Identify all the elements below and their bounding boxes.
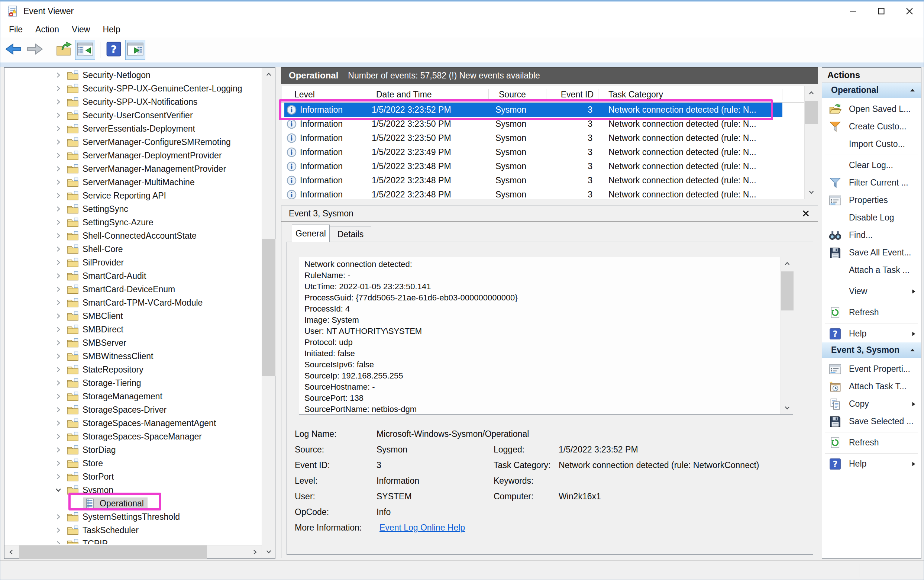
action-disable-log[interactable]: Disable Log xyxy=(822,209,921,226)
event-row[interactable]: Information1/5/2022 3:23:48 PMSysmon3Net… xyxy=(284,173,783,187)
tree-item-serveressentials-deployment[interactable]: ServerEssentials-Deployment xyxy=(5,122,261,135)
tree-expander-icon[interactable] xyxy=(54,526,63,535)
menu-help[interactable]: Help xyxy=(96,23,127,36)
tree-expander-icon[interactable] xyxy=(54,445,63,455)
tree-expander-icon[interactable] xyxy=(54,258,63,267)
event-row[interactable]: Information1/5/2022 3:23:49 PMSysmon3Net… xyxy=(284,145,783,159)
tree-item-smbdirect[interactable]: SMBDirect xyxy=(5,323,261,336)
tree-expander-icon[interactable] xyxy=(54,151,63,160)
tree-item-security-netlogon[interactable]: Security-Netlogon xyxy=(5,68,261,82)
tree-expander-icon[interactable] xyxy=(54,70,63,80)
tree-item-storage-tiering[interactable]: Storage-Tiering xyxy=(5,376,261,390)
tree-expander-icon[interactable] xyxy=(54,472,63,481)
tree-item-operational[interactable]: Operational xyxy=(5,497,261,510)
minimize-button[interactable] xyxy=(839,2,867,21)
column-header-date-and-time[interactable]: Date and Time xyxy=(366,89,489,100)
action-refresh[interactable]: Refresh xyxy=(822,304,921,321)
tab-details[interactable]: Details xyxy=(330,226,371,242)
tab-general[interactable]: General xyxy=(292,224,330,242)
menu-action[interactable]: Action xyxy=(29,23,66,36)
tree-item-smartcard-tpm-vcard-module[interactable]: SmartCard-TPM-VCard-Module xyxy=(5,296,261,309)
tree-expander-icon[interactable] xyxy=(54,378,63,388)
tree-expander-icon[interactable] xyxy=(54,311,63,321)
column-header-task-category[interactable]: Task Category xyxy=(598,89,783,100)
tree-item-settingsync-azure[interactable]: SettingSync-Azure xyxy=(5,216,261,229)
action-filter-current-[interactable]: Filter Current ... xyxy=(822,174,921,191)
tree-expander-icon[interactable] xyxy=(54,164,63,174)
scroll-up-icon[interactable] xyxy=(805,86,818,100)
tree-item-sysmon[interactable]: Sysmon xyxy=(5,483,261,497)
tree-expander-icon[interactable] xyxy=(54,177,63,187)
tree-expander-icon[interactable] xyxy=(54,392,63,401)
scroll-down-icon[interactable] xyxy=(781,402,794,414)
tree-expander-icon[interactable] xyxy=(54,539,63,544)
tree-item-smartcard-deviceenum[interactable]: SmartCard-DeviceEnum xyxy=(5,283,261,296)
tree-item-storagespaces-spacemanager[interactable]: StorageSpaces-SpaceManager xyxy=(5,430,261,443)
close-button[interactable] xyxy=(895,2,924,21)
tree-horizontal-scrollbar[interactable] xyxy=(5,545,261,559)
tree-expander-icon[interactable] xyxy=(54,432,63,441)
event-row[interactable]: Information1/5/2022 3:23:52 PMSysmon3Net… xyxy=(284,103,783,117)
action-save-all-event-[interactable]: Save All Event... xyxy=(822,244,921,261)
tree-item-storagemanagement[interactable]: StorageManagement xyxy=(5,390,261,403)
tree-expander-icon[interactable] xyxy=(54,204,63,214)
tree-item-settingsync[interactable]: SettingSync xyxy=(5,202,261,216)
action-save-selected-[interactable]: Save Selected ... xyxy=(822,413,921,430)
event-list-vertical-scrollbar[interactable] xyxy=(804,86,818,199)
tree-expander-icon[interactable] xyxy=(54,405,63,415)
scrollbar-thumb[interactable] xyxy=(262,239,275,376)
tree-item-smbwitnessclient[interactable]: SMBWitnessClient xyxy=(5,349,261,363)
event-row[interactable]: Information1/5/2022 3:23:48 PMSysmon3Net… xyxy=(284,159,783,173)
tree-expander-icon[interactable] xyxy=(54,137,63,147)
tree-expander-icon[interactable] xyxy=(54,458,63,468)
tree-expander-icon[interactable] xyxy=(54,338,63,348)
tree-item-smbclient[interactable]: SMBClient xyxy=(5,309,261,323)
tree-item-taskscheduler[interactable]: TaskScheduler xyxy=(5,524,261,537)
tree-vertical-scrollbar[interactable] xyxy=(261,68,275,559)
action-find-[interactable]: Find... xyxy=(822,226,921,244)
tree-expander-icon[interactable] xyxy=(54,365,63,374)
tree-item-storagespaces-managementagent[interactable]: StorageSpaces-ManagementAgent xyxy=(5,417,261,430)
tree-expander-icon[interactable] xyxy=(54,512,63,522)
column-header-level[interactable]: Level xyxy=(284,89,366,100)
tree-expander-icon[interactable] xyxy=(54,351,63,361)
action-attach-a-task-[interactable]: Attach a Task ... xyxy=(822,261,921,279)
action-open-saved-l-[interactable]: Open Saved L... xyxy=(822,101,921,118)
menu-view[interactable]: View xyxy=(66,23,96,36)
column-header-source[interactable]: Source xyxy=(489,89,546,100)
help-button[interactable]: ? xyxy=(104,40,124,60)
export-log-button[interactable] xyxy=(54,40,74,60)
event-text-scrollbar[interactable] xyxy=(781,257,793,414)
maximize-button[interactable] xyxy=(867,2,895,21)
tree-expander-icon[interactable] xyxy=(54,284,63,294)
scrollbar-thumb[interactable] xyxy=(19,545,207,559)
scroll-left-icon[interactable] xyxy=(5,545,18,559)
action-view[interactable]: View xyxy=(822,283,921,300)
tree-expander-icon[interactable] xyxy=(54,218,63,227)
event-row[interactable]: Information1/5/2022 3:23:50 PMSysmon3Net… xyxy=(284,131,783,145)
tree-expander-icon[interactable] xyxy=(54,191,63,200)
action-help[interactable]: ?Help xyxy=(822,455,921,473)
actions-section-operational[interactable]: Operational xyxy=(822,82,921,98)
tree-item-tcpip[interactable]: TCPIP xyxy=(5,537,261,544)
tree-expander-icon[interactable] xyxy=(54,485,63,495)
tree-item-security-spp-ux-genuinecenter-logging[interactable]: Security-SPP-UX-GenuineCenter-Logging xyxy=(5,82,261,95)
tree-expander-icon[interactable] xyxy=(54,418,63,428)
menu-file[interactable]: File xyxy=(3,23,29,36)
actions-section-event-3-sysmon[interactable]: Event 3, Sysmon xyxy=(822,343,921,358)
tree-expander-icon[interactable] xyxy=(54,124,63,133)
tree-item-smbserver[interactable]: SMBServer xyxy=(5,336,261,349)
tree-item-service-reporting-api[interactable]: Service Reporting API xyxy=(5,189,261,202)
event-description-text[interactable]: Network connection detected:RuleName: -U… xyxy=(299,257,793,415)
tree-expander-icon[interactable] xyxy=(54,84,63,93)
console-tree-toggle-button[interactable] xyxy=(75,40,95,60)
tree-item-store[interactable]: Store xyxy=(5,456,261,470)
tree-item-security-userconsentverifier[interactable]: Security-UserConsentVerifier xyxy=(5,109,261,122)
tree-expander-icon[interactable] xyxy=(54,325,63,334)
column-header-event-id[interactable]: Event ID xyxy=(546,89,598,100)
scroll-right-icon[interactable] xyxy=(248,545,261,559)
tree-item-shell-core[interactable]: Shell-Core xyxy=(5,242,261,256)
tree-item-systemsettingsthreshold[interactable]: SystemSettingsThreshold xyxy=(5,510,261,524)
tree-item-servermanager-managementprovider[interactable]: ServerManager-ManagementProvider xyxy=(5,162,261,175)
scrollbar-thumb[interactable] xyxy=(805,101,818,124)
